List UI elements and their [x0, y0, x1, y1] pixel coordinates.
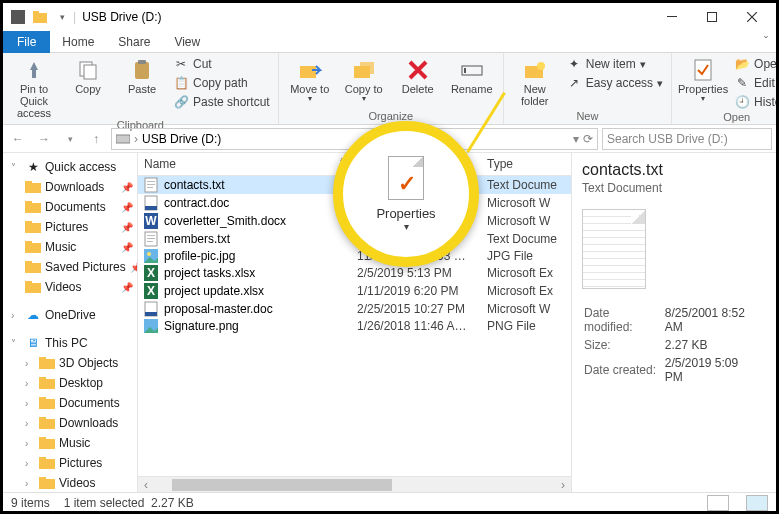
view-icons-button[interactable] — [746, 495, 768, 511]
tree-item[interactable]: Documents📌 — [3, 197, 137, 217]
svg-rect-6 — [84, 65, 96, 79]
svg-rect-7 — [135, 62, 149, 79]
tree-item[interactable]: ›3D Objects — [3, 353, 137, 373]
tree-item[interactable]: ›Pictures — [3, 453, 137, 473]
tab-home[interactable]: Home — [50, 32, 106, 52]
folder-icon — [39, 435, 55, 451]
tree-this-pc[interactable]: ˅🖥This PC — [3, 333, 137, 353]
file-row[interactable]: Signature.png 1/26/2018 11:46 A… PNG Fil… — [138, 318, 571, 334]
folder-icon — [39, 475, 55, 491]
tab-view[interactable]: View — [162, 32, 212, 52]
file-row[interactable]: Xproject tasks.xlsx 2/5/2019 5:13 PM Mic… — [138, 264, 571, 282]
tree-item[interactable]: ›Desktop — [3, 373, 137, 393]
tree-item[interactable]: Music📌 — [3, 237, 137, 257]
nav-recent-button[interactable]: ▾ — [59, 128, 81, 150]
tree-item[interactable]: Saved Pictures📌 — [3, 257, 137, 277]
preview-created: 2/5/2019 5:09 PM — [665, 355, 764, 385]
tree-item[interactable]: Videos📌 — [3, 277, 137, 297]
horizontal-scrollbar[interactable]: ‹ › — [138, 476, 571, 492]
tree-onedrive[interactable]: ›☁OneDrive — [3, 305, 137, 325]
history-button[interactable]: 🕘History — [732, 93, 779, 111]
nav-up-button[interactable]: ↑ — [85, 128, 107, 150]
svg-rect-3 — [667, 16, 677, 17]
tab-share[interactable]: Share — [106, 32, 162, 52]
properties-button[interactable]: Properties▾ — [678, 55, 728, 104]
copy-button[interactable]: Copy — [63, 55, 113, 95]
tree-item[interactable]: ›Videos — [3, 473, 137, 492]
svg-rect-23 — [25, 221, 32, 225]
ribbon: Pin to Quick access Copy Paste ✂Cut 📋Cop… — [3, 53, 776, 125]
svg-text:X: X — [147, 284, 155, 298]
tree-item[interactable]: ›Documents — [3, 393, 137, 413]
folder-icon — [25, 259, 41, 275]
svg-rect-2 — [33, 11, 39, 15]
path-segment[interactable]: USB Drive (D:) — [142, 132, 221, 146]
new-item-button[interactable]: ✦New item ▾ — [564, 55, 665, 73]
svg-rect-8 — [138, 60, 146, 64]
refresh-icon[interactable]: ⟳ — [583, 132, 593, 146]
drive-icon — [116, 134, 130, 144]
group-open-label: Open — [678, 111, 779, 125]
open-button[interactable]: 📂Open ▾ — [732, 55, 779, 73]
svg-rect-27 — [25, 261, 32, 265]
scrollbar-thumb[interactable] — [172, 479, 392, 491]
new-folder-button[interactable]: New folder — [510, 55, 560, 107]
svg-text:W: W — [145, 214, 157, 228]
pin-quick-access-button[interactable]: Pin to Quick access — [9, 55, 59, 119]
nav-forward-button[interactable]: → — [33, 128, 55, 150]
delete-button[interactable]: Delete — [393, 55, 443, 95]
close-button[interactable] — [732, 3, 772, 31]
preview-type: Text Document — [582, 181, 766, 195]
tree-item[interactable]: Downloads📌 — [3, 177, 137, 197]
rename-button[interactable]: Rename — [447, 55, 497, 95]
status-bar: 9 items 1 item selected 2.27 KB — [3, 492, 776, 512]
file-tab[interactable]: File — [3, 31, 50, 53]
easyaccess-icon: ↗ — [566, 75, 582, 91]
folder-icon — [39, 355, 55, 371]
move-to-button[interactable]: Move to▾ — [285, 55, 335, 104]
svg-rect-45 — [147, 181, 155, 182]
status-item-count: 9 items — [11, 496, 50, 510]
copy-to-button[interactable]: Copy to▾ — [339, 55, 389, 104]
copy-icon — [73, 57, 103, 83]
svg-rect-21 — [25, 201, 32, 205]
easy-access-button[interactable]: ↗Easy access ▾ — [564, 74, 665, 92]
properties-icon — [688, 57, 718, 83]
paste-button[interactable]: Paste — [117, 55, 167, 95]
svg-rect-4 — [708, 13, 717, 22]
move-icon — [295, 57, 325, 83]
shortcut-icon: 🔗 — [173, 94, 189, 110]
qat-dropdown-icon[interactable]: ▾ — [54, 9, 70, 25]
nav-back-button[interactable]: ← — [7, 128, 29, 150]
folder-icon — [25, 239, 41, 255]
maximize-button[interactable] — [692, 3, 732, 31]
file-row[interactable]: profile-pic.jpg 11/15/2017 10:03 … JPG F… — [138, 248, 571, 264]
svg-point-57 — [147, 252, 151, 256]
view-details-button[interactable] — [707, 495, 729, 511]
file-row[interactable]: proposal-master.doc 2/25/2015 10:27 PM M… — [138, 300, 571, 318]
svg-rect-54 — [147, 238, 155, 239]
svg-rect-0 — [11, 10, 25, 24]
tree-item[interactable]: ›Music — [3, 433, 137, 453]
ribbon-collapse-icon[interactable]: ˇ — [756, 35, 776, 49]
callout-label: Properties — [376, 206, 435, 221]
path-dropdown-icon[interactable]: ▾ — [573, 132, 579, 146]
tree-item[interactable]: Pictures📌 — [3, 217, 137, 237]
svg-rect-35 — [39, 397, 46, 401]
tree-quick-access[interactable]: ˅★Quick access — [3, 157, 137, 177]
paste-icon — [127, 57, 157, 83]
search-input[interactable]: Search USB Drive (D:) — [602, 128, 772, 150]
edit-button[interactable]: ✎Edit — [732, 74, 779, 92]
copy-path-button[interactable]: 📋Copy path — [171, 74, 272, 92]
properties-doc-icon: ✓ — [388, 156, 424, 200]
tree-item[interactable]: ›Downloads — [3, 413, 137, 433]
minimize-button[interactable] — [652, 3, 692, 31]
svg-rect-46 — [147, 184, 155, 185]
folder-icon — [39, 415, 55, 431]
nav-tree[interactable]: ˅★Quick access Downloads📌Documents📌Pictu… — [3, 153, 138, 492]
file-row[interactable]: Xproject update.xlsx 1/11/2019 6:20 PM M… — [138, 282, 571, 300]
paste-shortcut-button[interactable]: 🔗Paste shortcut — [171, 93, 272, 111]
svg-rect-41 — [39, 457, 46, 461]
file-icon: X — [144, 283, 158, 299]
cut-button[interactable]: ✂Cut — [171, 55, 272, 73]
